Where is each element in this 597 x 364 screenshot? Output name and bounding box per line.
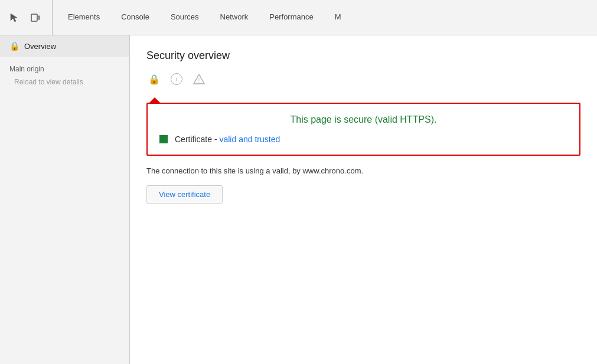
status-info-icon[interactable]: i <box>169 71 184 87</box>
security-box: This page is secure (valid HTTPS). Certi… <box>146 103 580 156</box>
view-certificate-button[interactable]: View certificate <box>146 185 223 204</box>
page-title: Security overview <box>146 50 580 62</box>
tab-elements[interactable]: Elements <box>57 0 110 35</box>
status-icons-row: 🔒 i ! <box>146 71 580 87</box>
devtools-toolbar: Elements Console Sources Network Perform… <box>0 0 597 35</box>
connection-text: The connection to this site is using a v… <box>146 165 580 177</box>
status-lock-icon[interactable]: 🔒 <box>146 71 162 87</box>
certificate-row: Certificate - valid and trusted <box>159 135 567 144</box>
sidebar: 🔒 Overview Main origin Reload to view de… <box>0 35 130 364</box>
overview-label: Overview <box>24 42 56 51</box>
secure-message: This page is secure (valid HTTPS). <box>159 114 567 125</box>
reload-label: Reload to view details <box>0 76 129 94</box>
toolbar-tabs: Elements Console Sources Network Perform… <box>57 0 352 35</box>
tab-sources[interactable]: Sources <box>160 0 210 35</box>
cert-status-icon <box>159 135 168 143</box>
svg-rect-1 <box>38 16 40 19</box>
tab-more[interactable]: M <box>324 0 352 35</box>
svg-rect-0 <box>31 14 37 21</box>
tab-performance[interactable]: Performance <box>259 0 324 35</box>
svg-text:!: ! <box>198 77 200 84</box>
tab-network[interactable]: Network <box>210 0 259 35</box>
status-warning-icon[interactable]: ! <box>191 71 207 87</box>
sidebar-item-overview[interactable]: 🔒 Overview <box>0 35 129 57</box>
cursor-icon[interactable] <box>5 8 24 27</box>
certificate-label: Certificate - valid and trusted <box>175 135 280 144</box>
device-icon[interactable] <box>26 8 45 27</box>
certificate-status: valid and trusted <box>219 135 280 144</box>
devtools-main: 🔒 Overview Main origin Reload to view de… <box>0 35 597 364</box>
tab-console[interactable]: Console <box>110 0 160 35</box>
main-origin-label: Main origin <box>0 57 129 76</box>
lock-icon: 🔒 <box>9 41 19 51</box>
content-panel: Security overview 🔒 i ! This page is sec… <box>130 35 597 364</box>
toolbar-icon-group <box>5 0 53 35</box>
